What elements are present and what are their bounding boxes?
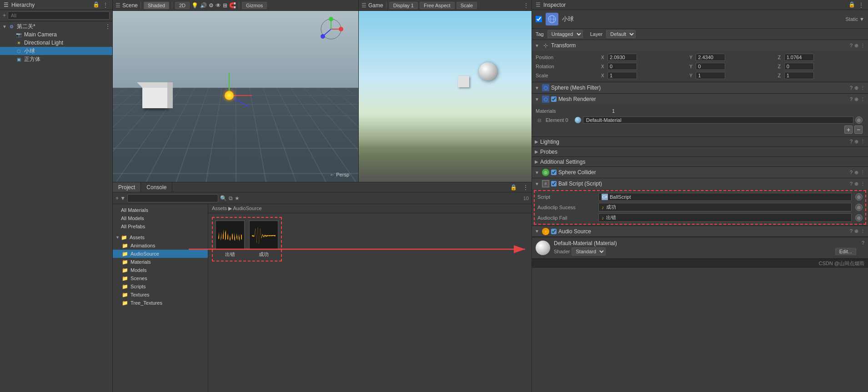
ball-script-more-icon[interactable]: ⋮	[860, 181, 865, 187]
tree-item-animations[interactable]: 📁 Animations	[113, 241, 208, 250]
static-label[interactable]: Static ▼	[846, 16, 864, 22]
audio-source-check[interactable]	[551, 229, 557, 234]
scene-perspective-gizmo[interactable]	[317, 15, 345, 44]
material-help-icon[interactable]: ?	[862, 240, 864, 246]
mat-select-btn[interactable]: ◎	[855, 116, 863, 124]
tree-item-textures[interactable]: 📁 Textures	[113, 291, 208, 299]
hier-item-ball[interactable]: ⬡ 小球	[0, 47, 112, 55]
mesh-filter-header[interactable]: ▼ ⬡ Sphere (Mesh Filter) ? ⊕ ⋮	[532, 82, 868, 93]
tree-item-materials[interactable]: 📁 Materials	[113, 258, 208, 266]
effects-icon[interactable]: ⚙	[209, 2, 214, 9]
pos-y-input[interactable]	[696, 54, 725, 61]
ball-script-check[interactable]	[551, 181, 557, 186]
ball-script-header[interactable]: ▼ # Ball Script (Script) ? ⊕ ⋮	[532, 178, 868, 189]
sphere-collider-settings-icon[interactable]: ⊕	[854, 170, 858, 176]
tree-item-tree-textures[interactable]: 📁 Tree_Textures	[113, 299, 208, 307]
audio-source-help-icon[interactable]: ?	[850, 228, 853, 234]
tree-item-scripts[interactable]: 📁 Scripts	[113, 282, 208, 291]
script-select-btn[interactable]: ◎	[855, 193, 863, 201]
mesh-renderer-help-icon[interactable]: ?	[850, 96, 853, 102]
audioclip-success-value[interactable]: ♪ 成功	[598, 203, 852, 211]
project-add-btn[interactable]: + ▼	[115, 195, 125, 201]
filter-icon[interactable]: ⧉	[229, 195, 233, 201]
sphere-collider-check[interactable]	[551, 170, 557, 175]
edit-btn[interactable]: Edit...	[835, 248, 856, 255]
hierarchy-lock-icon[interactable]: 🔒	[93, 1, 100, 9]
light-toggle-icon[interactable]: 💡	[191, 2, 198, 9]
audioclip-fail-select-btn[interactable]: ◎	[855, 214, 863, 221]
hier-item-scene[interactable]: ▼ ⚙ 第二关* ⋮	[0, 22, 112, 30]
mesh-filter-help-icon[interactable]: ?	[850, 85, 853, 91]
star-icon[interactable]: ★	[235, 195, 240, 201]
tag-select[interactable]: Untagged	[547, 30, 583, 38]
transform-header[interactable]: ▼ ⊹ Transform ? ⊕ ⋮	[532, 40, 868, 51]
audioclip-success-select-btn[interactable]: ◎	[855, 204, 863, 211]
additional-settings-section[interactable]: ▶ Additional Settings	[532, 157, 868, 167]
rot-x-input[interactable]	[607, 63, 637, 70]
remove-material-btn[interactable]: −	[854, 126, 863, 134]
audioclip-fail-value[interactable]: ♪ 出错	[598, 213, 852, 222]
tab-console[interactable]: Console	[141, 182, 172, 192]
sphere-collider-header[interactable]: ▼ ◎ Sphere Collider ? ⊕ ⋮	[532, 167, 868, 178]
ball-script-settings-icon[interactable]: ⊕	[854, 181, 858, 187]
game-canvas[interactable]	[359, 11, 532, 182]
tree-item-all-models[interactable]: All Models	[113, 214, 208, 222]
pos-x-input[interactable]	[607, 54, 637, 61]
pos-z-input[interactable]	[784, 54, 814, 61]
rot-y-input[interactable]	[696, 63, 725, 70]
sphere-collider-help-icon[interactable]: ?	[850, 170, 853, 176]
gizmos-btn[interactable]: Gizmos	[242, 2, 267, 9]
transform-help-icon[interactable]: ?	[850, 43, 853, 49]
search-icon[interactable]: 🔍	[220, 195, 227, 201]
hidden-icon[interactable]: 👁	[216, 2, 221, 9]
aspect-btn[interactable]: Free Aspect	[420, 2, 455, 9]
transform-more-icon[interactable]: ⋮	[860, 43, 865, 49]
2d-btn[interactable]: 2D	[175, 2, 190, 9]
asset-item-success[interactable]: 成功	[249, 221, 278, 258]
transform-settings-icon[interactable]: ⊕	[854, 43, 858, 49]
mesh-renderer-settings-icon[interactable]: ⊕	[854, 96, 858, 102]
lighting-more-icon[interactable]: ⋮	[860, 139, 865, 145]
game-more-icon[interactable]: ⋮	[523, 2, 529, 9]
obj-active-checkbox[interactable]	[536, 16, 542, 22]
probes-section[interactable]: ▶ Probes	[532, 147, 868, 157]
shaded-btn[interactable]: Shaded	[144, 2, 169, 9]
lighting-section[interactable]: ▶ Lighting ? ⊕ ⋮	[532, 137, 868, 147]
hier-menu-scene[interactable]: ⋮	[105, 23, 110, 30]
hier-item-cube[interactable]: ▣ 正方体	[0, 55, 112, 63]
hier-item-maincamera[interactable]: 📷 Main Camera	[0, 30, 112, 39]
scale-z-input[interactable]	[784, 72, 814, 79]
mesh-renderer-check[interactable]	[551, 96, 557, 102]
tab-project[interactable]: Project	[113, 182, 141, 192]
shader-select[interactable]: Standard	[572, 247, 606, 256]
scene-canvas[interactable]: ← Persp	[113, 11, 358, 182]
tree-item-all-materials[interactable]: All Materials	[113, 206, 208, 214]
project-lock-icon[interactable]: 🔒	[507, 184, 520, 191]
sphere-collider-more-icon[interactable]: ⋮	[860, 170, 865, 176]
audio-source-more-icon[interactable]: ⋮	[860, 228, 865, 234]
lighting-help-icon[interactable]: ?	[850, 139, 853, 145]
asset-item-error[interactable]: 出错	[216, 221, 245, 258]
audio-toggle-icon[interactable]: 🔊	[200, 2, 207, 9]
inspector-more-icon[interactable]: ⋮	[858, 1, 864, 9]
rot-z-input[interactable]	[784, 63, 814, 70]
mesh-filter-more-icon[interactable]: ⋮	[860, 85, 865, 91]
mesh-filter-settings-icon[interactable]: ⊕	[854, 85, 858, 91]
layer-select[interactable]: Default	[606, 30, 636, 38]
tree-item-models[interactable]: 📁 Models	[113, 266, 208, 274]
project-search-input[interactable]	[127, 194, 218, 202]
script-value[interactable]: C# BallScript	[598, 193, 852, 201]
audio-source-header[interactable]: ▼ ♪ Audio Source ? ⊕ ⋮	[532, 226, 868, 237]
scale-y-input[interactable]	[696, 72, 725, 79]
inspector-lock-icon[interactable]: 🔒	[848, 1, 855, 9]
hier-item-dirlight[interactable]: ☀ Directional Light	[0, 39, 112, 47]
display-btn[interactable]: Display 1	[389, 2, 418, 9]
mesh-renderer-more-icon[interactable]: ⋮	[860, 96, 865, 102]
hierarchy-add-btn[interactable]: +	[3, 12, 6, 19]
audio-source-settings-icon[interactable]: ⊕	[854, 228, 858, 234]
lighting-settings-icon[interactable]: ⊕	[854, 139, 858, 145]
scale-x-input[interactable]	[607, 72, 637, 79]
snap-icon[interactable]: 🧲	[229, 2, 236, 9]
scale-btn[interactable]: Scale	[457, 2, 477, 9]
ball-script-help-icon[interactable]: ?	[850, 181, 853, 187]
